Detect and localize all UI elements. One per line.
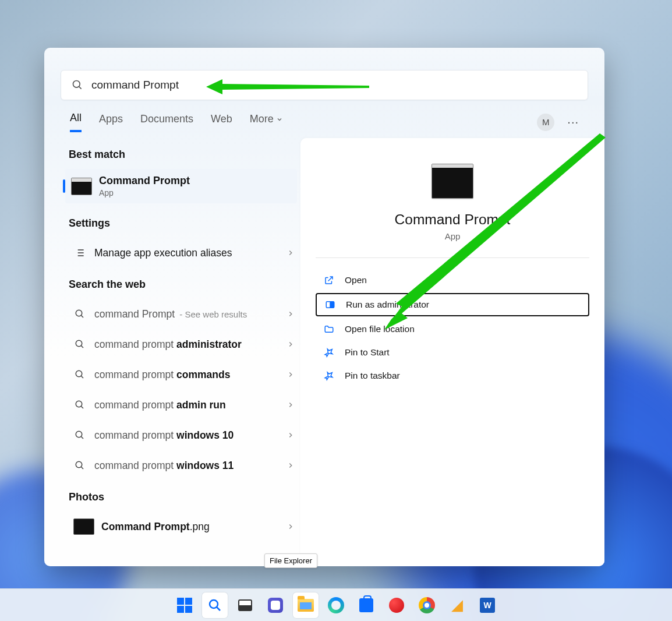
svg-point-16: [76, 431, 82, 437]
section-settings: Settings: [69, 217, 300, 230]
svg-line-17: [81, 436, 83, 439]
user-avatar[interactable]: M: [537, 114, 554, 131]
web-suggestion[interactable]: command prompt admin run: [69, 390, 297, 420]
section-web: Search the web: [69, 278, 300, 291]
command-prompt-icon-large: [432, 164, 473, 199]
chevron-right-icon: [287, 401, 295, 409]
search-icon: [73, 400, 86, 410]
section-photos: Photos: [69, 491, 300, 503]
taskbar: ◢ W: [0, 588, 672, 621]
command-prompt-icon: [71, 178, 92, 195]
tab-more[interactable]: More: [250, 113, 283, 131]
search-icon: [73, 460, 86, 471]
open-icon: [324, 275, 335, 285]
best-match-subtitle: App: [99, 188, 190, 197]
taskbar-opera[interactable]: [384, 592, 409, 618]
taskbar-file-explorer[interactable]: [293, 592, 319, 618]
tab-apps[interactable]: Apps: [99, 113, 123, 131]
svg-point-25: [210, 600, 218, 608]
svg-point-18: [76, 461, 82, 468]
taskbar-tooltip: File Explorer: [264, 553, 317, 568]
search-input[interactable]: [91, 79, 577, 91]
results-column: Best match Command Prompt App Settings M…: [44, 132, 300, 566]
web-suggestion[interactable]: command prompt administrator: [69, 329, 297, 359]
search-bar[interactable]: [61, 70, 588, 100]
web-suggestion[interactable]: command prompt windows 10: [69, 420, 297, 450]
svg-point-14: [76, 401, 82, 407]
taskbar-app[interactable]: ◢: [444, 592, 470, 618]
search-icon: [73, 369, 86, 380]
start-search-panel: All Apps Documents Web More M ··· Best m…: [44, 48, 604, 566]
search-icon: [73, 309, 86, 319]
image-file-icon: [73, 518, 94, 535]
detail-pane: Command Prompt App Open Run as administr…: [300, 138, 604, 566]
settings-item-aliases[interactable]: Manage app execution aliases: [69, 238, 297, 268]
search-icon: [72, 79, 83, 91]
best-match-title: Command Prompt: [99, 175, 190, 187]
taskbar-chrome[interactable]: [414, 592, 440, 618]
taskbar-word[interactable]: W: [475, 592, 500, 618]
photo-item[interactable]: Command Prompt.png: [69, 511, 297, 542]
taskbar-store[interactable]: [353, 592, 379, 618]
svg-rect-21: [330, 302, 334, 308]
start-button[interactable]: [172, 592, 197, 618]
taskbar-task-view[interactable]: [232, 592, 258, 618]
svg-line-26: [217, 607, 220, 611]
chevron-right-icon: [287, 371, 295, 379]
svg-line-1: [79, 87, 82, 89]
svg-line-19: [81, 467, 83, 469]
action-open[interactable]: Open: [316, 269, 589, 292]
action-pin-to-start[interactable]: Pin to Start: [316, 341, 589, 364]
action-open-file-location[interactable]: Open file location: [316, 317, 589, 341]
tab-documents[interactable]: Documents: [140, 113, 193, 131]
svg-line-11: [81, 345, 83, 348]
web-suggestion[interactable]: command Prompt - See web results: [69, 299, 297, 329]
chevron-right-icon: [287, 461, 295, 470]
taskbar-search[interactable]: [202, 592, 228, 618]
chevron-right-icon: [287, 523, 295, 531]
filter-tabs: All Apps Documents Web More M ···: [44, 100, 604, 132]
chevron-right-icon: [287, 431, 295, 439]
action-pin-to-taskbar[interactable]: Pin to taskbar: [316, 364, 589, 387]
shield-icon: [325, 299, 337, 310]
taskbar-edge[interactable]: [323, 592, 349, 618]
web-suggestion[interactable]: command prompt commands: [69, 359, 297, 390]
svg-line-15: [81, 406, 83, 408]
section-best-match: Best match: [69, 149, 300, 161]
action-run-as-administrator[interactable]: Run as administrator: [316, 293, 589, 316]
detail-title: Command Prompt: [316, 211, 589, 228]
svg-point-8: [76, 310, 82, 316]
more-options[interactable]: ···: [567, 115, 579, 129]
best-match-item[interactable]: Command Prompt App: [65, 169, 297, 203]
chevron-right-icon: [287, 249, 295, 257]
chevron-right-icon: [287, 310, 295, 318]
taskbar-chat[interactable]: [263, 592, 288, 618]
svg-line-13: [81, 376, 83, 378]
svg-point-0: [73, 81, 80, 88]
settings-list-icon: [73, 247, 86, 259]
svg-line-9: [81, 315, 83, 317]
search-icon: [73, 430, 86, 440]
tab-all[interactable]: All: [70, 112, 82, 132]
detail-subtitle: App: [316, 231, 589, 241]
search-icon: [73, 339, 86, 350]
chevron-down-icon: [276, 116, 283, 123]
svg-point-12: [76, 371, 82, 377]
web-suggestion[interactable]: command prompt windows 11: [69, 450, 297, 481]
folder-icon: [324, 324, 335, 334]
tab-web[interactable]: Web: [211, 113, 232, 131]
svg-point-10: [76, 340, 82, 347]
pin-icon: [324, 371, 335, 381]
divider: [316, 257, 589, 258]
chevron-right-icon: [287, 340, 295, 348]
pin-icon: [324, 347, 335, 358]
